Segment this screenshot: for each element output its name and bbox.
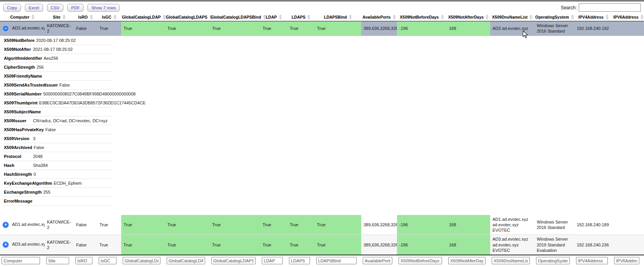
detail-label: HashStrength — [4, 170, 32, 179]
sort-arrows-icon[interactable] — [163, 15, 166, 19]
cell-isgc: True — [97, 215, 121, 235]
filter-input-isro[interactable] — [75, 257, 92, 264]
filter-input-x509dnsnamelist[interactable] — [492, 257, 530, 264]
sort-arrows-icon[interactable] — [641, 15, 644, 19]
column-header-isro[interactable]: IsRO — [74, 13, 97, 21]
cell-ipv6address — [613, 21, 644, 36]
cell-ipv6address — [613, 235, 644, 255]
excel-button[interactable]: Excel — [25, 4, 43, 12]
column-header-label: IPV6Address — [613, 15, 639, 19]
column-header-isgc[interactable]: IsGC — [97, 13, 121, 21]
filter-input-isgc[interactable] — [99, 257, 117, 264]
column-header-x509dnsnamelist[interactable]: X509DnsNameList — [490, 13, 534, 21]
sort-arrows-icon[interactable] — [113, 15, 117, 19]
column-header-x509notbeforedays[interactable]: X509NotBeforeDays — [397, 13, 447, 21]
filter-input-ipv6address[interactable] — [614, 257, 639, 264]
detail-value: Aes256 — [44, 56, 58, 61]
detail-value: 255 — [43, 190, 50, 194]
filter-input-availableports[interactable] — [363, 257, 392, 264]
column-header-ldapsbind[interactable]: LDAPSBind — [315, 13, 361, 21]
column-header-globalcatalogldap[interactable]: GlobalCatalogLDAP — [121, 13, 165, 21]
filter-input-globalcatalogldapsbind[interactable] — [211, 257, 256, 264]
column-header-ipv6address[interactable]: IPV6Address — [613, 13, 644, 21]
detail-label: AlgorithmIdentifier — [4, 54, 42, 62]
sort-arrows-icon[interactable] — [441, 15, 444, 19]
filter-input-ldapsbind[interactable] — [316, 257, 357, 264]
column-header-ipv4address[interactable]: IPV4Address — [574, 13, 613, 21]
cell-x509notbeforedays: -196 — [397, 235, 447, 255]
sort-arrows-icon[interactable] — [90, 15, 93, 19]
column-header-site[interactable]: Site — [45, 13, 74, 21]
filter-input-computer[interactable] — [2, 257, 40, 264]
cell-globalcatalogldapsbind: True — [210, 215, 260, 235]
filter-cell — [447, 255, 490, 266]
sort-arrows-icon[interactable] — [279, 15, 282, 19]
detail-label: X509SerialNumber — [4, 90, 42, 98]
page-length-button[interactable]: Show 7 rows — [87, 4, 120, 12]
column-header-operatingsystem[interactable]: OperatingSystem — [534, 13, 574, 21]
column-header-computer[interactable]: Computer — [0, 13, 45, 21]
copy-button[interactable]: Copy — [3, 4, 21, 12]
detail-label: Hash — [4, 161, 31, 170]
detail-label: CipherStrength — [4, 63, 35, 71]
detail-value: E98EC0C3DA47DE0A3DB8572F36DD1C17445CD4CE — [39, 101, 146, 105]
detail-value: 0 — [33, 172, 36, 177]
sort-arrows-icon[interactable] — [571, 15, 574, 19]
detail-value: False — [59, 83, 70, 87]
detail-label: KeyExchangeAlgorithm — [4, 179, 52, 187]
sort-arrows-icon[interactable] — [63, 15, 66, 19]
column-header-globalcatalogldaps[interactable]: GlobalCatalogLDAPS — [165, 13, 210, 21]
sort-arrows-icon[interactable] — [31, 15, 35, 19]
filter-input-x509notafterdays[interactable] — [448, 257, 486, 264]
filter-input-globalcatalogldaps[interactable] — [167, 257, 205, 264]
column-header-label: LDAPS — [292, 15, 306, 19]
filter-input-ldap[interactable] — [262, 257, 283, 264]
column-header-ldaps[interactable]: LDAPS — [287, 13, 315, 21]
column-header-globalcatalogldapsbind[interactable]: GlobalCatalogLDAPSBind — [210, 13, 260, 21]
sort-arrows-icon[interactable] — [486, 15, 489, 19]
filter-input-x509notbeforedays[interactable] — [399, 257, 442, 264]
table-row[interactable]: +AD3.ad.evotec.xyzKATOWICE-2FalseTrueTru… — [0, 235, 644, 255]
filter-input-ldaps[interactable] — [289, 257, 310, 264]
column-header-label: OperatingSystem — [535, 15, 569, 19]
expand-row-icon[interactable]: + — [2, 241, 9, 248]
table-row[interactable]: −AD2.ad.evotec.xyzKATOWICE-2FalseTrueTru… — [0, 21, 644, 36]
cell-globalcatalogldaps: True — [165, 235, 210, 255]
expand-row-icon[interactable]: + — [2, 222, 9, 228]
sort-arrows-icon[interactable] — [606, 15, 609, 19]
sort-arrows-icon[interactable] — [349, 15, 352, 19]
search-input[interactable] — [579, 3, 641, 12]
cell-x509notafterdays: 168 — [447, 21, 490, 36]
column-header-x509notafterdays[interactable]: X509NotAfterDays — [447, 13, 490, 21]
cell-x509notafterdays: 168 — [447, 235, 490, 255]
column-header-label: GlobalCatalogLDAPS — [166, 15, 207, 19]
cell-site: KATOWICE-2 — [45, 215, 74, 235]
column-header-availableports[interactable]: AvailablePorts — [361, 13, 397, 21]
datatable-page: Copy Excel CSV PDF Show 7 rows Search: C… — [0, 0, 644, 267]
pdf-button[interactable]: PDF — [67, 4, 84, 12]
cell-ldapsbind: True — [315, 215, 361, 235]
csv-button[interactable]: CSV — [47, 4, 64, 12]
filter-input-site[interactable] — [46, 257, 69, 264]
detail-item: X509SendAsTrustedIssuerFalse — [4, 81, 113, 90]
sort-arrows-icon[interactable] — [307, 15, 310, 19]
detail-value: 3 — [33, 136, 35, 141]
cell-isro: False — [74, 215, 97, 235]
filter-input-operatingsystem[interactable] — [536, 257, 570, 264]
computer-name: AD1.ad.evotec.xyz — [12, 222, 45, 227]
filter-input-globalcatalogldap[interactable] — [123, 257, 160, 264]
expanded-detail-row: X509NotBefore2020-08-17 08:25:02X509NotA… — [0, 36, 644, 215]
sort-arrows-icon[interactable] — [529, 15, 533, 19]
table-row[interactable]: +AD1.ad.evotec.xyzKATOWICE-2FalseTrueTru… — [0, 215, 644, 235]
sort-arrows-icon[interactable] — [393, 15, 396, 19]
column-header-label: Computer — [10, 15, 30, 19]
cell-globalcatalogldaps: True — [165, 215, 210, 235]
filter-cell — [121, 255, 165, 266]
collapse-row-icon[interactable]: − — [2, 25, 9, 32]
column-header-label: X509NotBeforeDays — [400, 15, 439, 19]
detail-value: 2048 — [33, 154, 42, 159]
detail-item: X509FriendlyName — [4, 72, 113, 81]
search-label: Search: — [561, 5, 577, 10]
search-area: Search: — [561, 3, 641, 12]
filter-input-ipv4address[interactable] — [576, 257, 608, 264]
